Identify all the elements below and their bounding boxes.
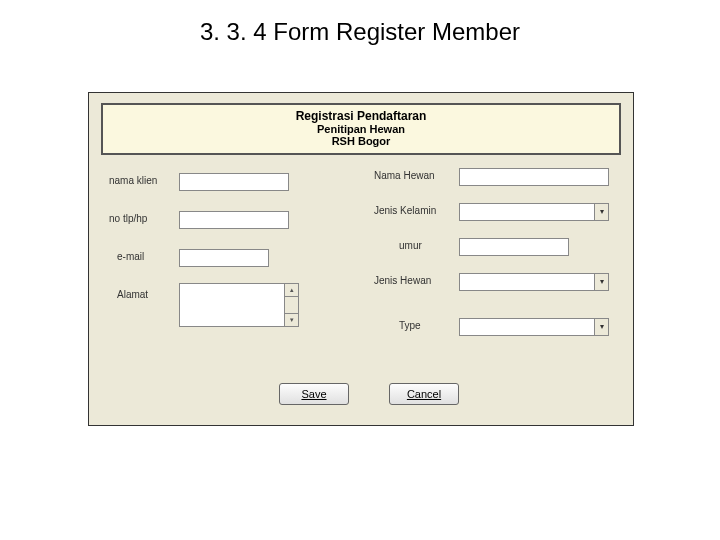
- combo-type[interactable]: ▾: [459, 318, 609, 336]
- combo-jenis-kelamin[interactable]: ▾: [459, 203, 609, 221]
- label-umur: umur: [399, 240, 422, 251]
- combo-jenis-kelamin-value: [460, 204, 594, 220]
- label-jenis-hewan: Jenis Hewan: [374, 275, 431, 286]
- label-type: Type: [399, 320, 421, 331]
- combo-jenis-hewan[interactable]: ▾: [459, 273, 609, 291]
- label-nama-hewan: Nama Hewan: [374, 170, 435, 181]
- header-line2: Penitipan Hewan: [103, 123, 619, 135]
- label-no-tlp: no tlp/hp: [109, 213, 147, 224]
- combo-type-value: [460, 319, 594, 335]
- save-button[interactable]: Save: [279, 383, 349, 405]
- form-window: Registrasi Pendaftaran Penitipan Hewan R…: [88, 92, 634, 426]
- input-nama-hewan[interactable]: [459, 168, 609, 186]
- chevron-down-icon[interactable]: ▾: [594, 274, 608, 290]
- scroll-down-icon[interactable]: ▾: [285, 313, 298, 326]
- label-email: e-mail: [117, 251, 144, 262]
- textarea-scrollbar[interactable]: ▴ ▾: [285, 283, 299, 327]
- scroll-up-icon[interactable]: ▴: [285, 284, 298, 297]
- form-header: Registrasi Pendaftaran Penitipan Hewan R…: [101, 103, 621, 155]
- header-line3: RSH Bogor: [103, 135, 619, 147]
- cancel-button[interactable]: Cancel: [389, 383, 459, 405]
- combo-jenis-hewan-value: [460, 274, 594, 290]
- label-nama-klien: nama klien: [109, 175, 157, 186]
- textarea-alamat-body[interactable]: [179, 283, 285, 327]
- textarea-alamat[interactable]: ▴ ▾: [179, 283, 299, 327]
- chevron-down-icon[interactable]: ▾: [594, 319, 608, 335]
- input-umur[interactable]: [459, 238, 569, 256]
- page-title: 3. 3. 4 Form Register Member: [0, 0, 720, 46]
- label-jenis-kelamin: Jenis Kelamin: [374, 205, 436, 216]
- input-no-tlp[interactable]: [179, 211, 289, 229]
- label-alamat: Alamat: [117, 289, 148, 300]
- chevron-down-icon[interactable]: ▾: [594, 204, 608, 220]
- input-email[interactable]: [179, 249, 269, 267]
- header-line1: Registrasi Pendaftaran: [103, 109, 619, 123]
- input-nama-klien[interactable]: [179, 173, 289, 191]
